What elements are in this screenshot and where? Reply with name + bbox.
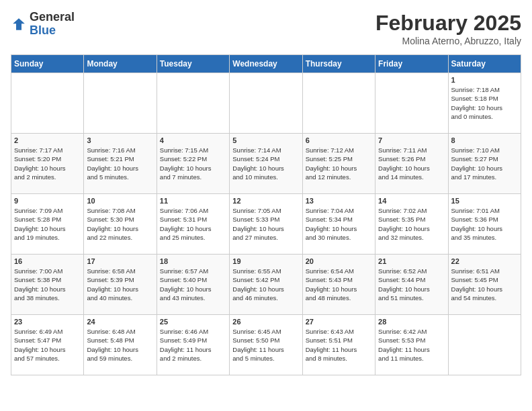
day-cell: 4Sunrise: 7:15 AM Sunset: 5:22 PM Daylig… bbox=[157, 134, 229, 194]
week-row-2: 9Sunrise: 7:09 AM Sunset: 5:28 PM Daylig… bbox=[11, 194, 521, 255]
day-cell: 13Sunrise: 7:04 AM Sunset: 5:34 PM Dayli… bbox=[302, 194, 375, 255]
day-cell: 23Sunrise: 6:49 AM Sunset: 5:47 PM Dayli… bbox=[11, 315, 84, 375]
day-cell: 26Sunrise: 6:45 AM Sunset: 5:50 PM Dayli… bbox=[230, 315, 302, 375]
day-number: 20 bbox=[306, 257, 372, 265]
day-number: 12 bbox=[232, 197, 299, 205]
day-cell bbox=[157, 73, 229, 134]
svg-marker-0 bbox=[13, 18, 25, 30]
calendar-subtitle: Molina Aterno, Abruzzo, Italy bbox=[375, 36, 521, 46]
day-number: 3 bbox=[87, 136, 153, 144]
day-number: 16 bbox=[14, 257, 81, 265]
day-info: Sunrise: 6:48 AM Sunset: 5:48 PM Dayligh… bbox=[87, 327, 153, 363]
calendar-body: 1Sunrise: 7:18 AM Sunset: 5:18 PM Daylig… bbox=[11, 73, 521, 375]
day-cell bbox=[302, 73, 375, 134]
day-cell: 1Sunrise: 7:18 AM Sunset: 5:18 PM Daylig… bbox=[448, 73, 521, 134]
header-cell-tuesday: Tuesday bbox=[157, 55, 229, 73]
day-cell bbox=[230, 73, 302, 134]
day-number: 2 bbox=[14, 136, 81, 144]
header-cell-monday: Monday bbox=[84, 55, 157, 73]
day-info: Sunrise: 6:54 AM Sunset: 5:43 PM Dayligh… bbox=[306, 267, 372, 302]
day-info: Sunrise: 6:43 AM Sunset: 5:51 PM Dayligh… bbox=[306, 327, 372, 363]
day-info: Sunrise: 7:16 AM Sunset: 5:21 PM Dayligh… bbox=[87, 146, 153, 181]
day-number: 25 bbox=[160, 318, 226, 326]
day-cell: 12Sunrise: 7:05 AM Sunset: 5:33 PM Dayli… bbox=[230, 194, 302, 255]
day-cell: 24Sunrise: 6:48 AM Sunset: 5:48 PM Dayli… bbox=[84, 315, 157, 375]
logo-icon bbox=[11, 16, 27, 32]
day-cell: 3Sunrise: 7:16 AM Sunset: 5:21 PM Daylig… bbox=[84, 134, 157, 194]
calendar-title: February 2025 bbox=[375, 11, 521, 36]
day-info: Sunrise: 7:01 AM Sunset: 5:36 PM Dayligh… bbox=[451, 206, 518, 242]
day-cell: 8Sunrise: 7:10 AM Sunset: 5:27 PM Daylig… bbox=[448, 134, 521, 194]
day-info: Sunrise: 6:49 AM Sunset: 5:47 PM Dayligh… bbox=[14, 327, 81, 363]
day-cell: 2Sunrise: 7:17 AM Sunset: 5:20 PM Daylig… bbox=[11, 134, 84, 194]
day-cell bbox=[375, 73, 448, 134]
day-cell: 15Sunrise: 7:01 AM Sunset: 5:36 PM Dayli… bbox=[448, 194, 521, 255]
day-number: 9 bbox=[14, 197, 81, 205]
day-cell: 20Sunrise: 6:54 AM Sunset: 5:43 PM Dayli… bbox=[302, 255, 375, 315]
day-info: Sunrise: 7:08 AM Sunset: 5:30 PM Dayligh… bbox=[87, 206, 153, 242]
day-info: Sunrise: 6:46 AM Sunset: 5:49 PM Dayligh… bbox=[160, 327, 226, 363]
page-header: General Blue February 2025 Molina Aterno… bbox=[11, 11, 521, 46]
day-number: 8 bbox=[451, 136, 518, 144]
header-cell-sunday: Sunday bbox=[11, 55, 84, 73]
day-info: Sunrise: 6:51 AM Sunset: 5:45 PM Dayligh… bbox=[451, 267, 518, 302]
day-number: 7 bbox=[378, 136, 445, 144]
day-info: Sunrise: 7:10 AM Sunset: 5:27 PM Dayligh… bbox=[451, 146, 518, 181]
day-info: Sunrise: 7:05 AM Sunset: 5:33 PM Dayligh… bbox=[232, 206, 299, 242]
day-info: Sunrise: 6:45 AM Sunset: 5:50 PM Dayligh… bbox=[232, 327, 299, 363]
day-number: 1 bbox=[451, 76, 518, 84]
day-number: 18 bbox=[160, 257, 226, 265]
week-row-4: 23Sunrise: 6:49 AM Sunset: 5:47 PM Dayli… bbox=[11, 315, 521, 375]
day-cell: 17Sunrise: 6:58 AM Sunset: 5:39 PM Dayli… bbox=[84, 255, 157, 315]
day-number: 15 bbox=[451, 197, 518, 205]
day-cell: 22Sunrise: 6:51 AM Sunset: 5:45 PM Dayli… bbox=[448, 255, 521, 315]
day-cell: 5Sunrise: 7:14 AM Sunset: 5:24 PM Daylig… bbox=[230, 134, 302, 194]
day-info: Sunrise: 7:09 AM Sunset: 5:28 PM Dayligh… bbox=[14, 206, 81, 242]
day-cell: 7Sunrise: 7:11 AM Sunset: 5:26 PM Daylig… bbox=[375, 134, 448, 194]
day-info: Sunrise: 6:55 AM Sunset: 5:42 PM Dayligh… bbox=[232, 267, 299, 302]
week-row-0: 1Sunrise: 7:18 AM Sunset: 5:18 PM Daylig… bbox=[11, 73, 521, 134]
day-number: 14 bbox=[378, 197, 445, 205]
day-number: 28 bbox=[378, 318, 445, 326]
day-number: 22 bbox=[451, 257, 518, 265]
day-number: 10 bbox=[87, 197, 153, 205]
header-cell-friday: Friday bbox=[375, 55, 448, 73]
day-number: 19 bbox=[232, 257, 299, 265]
day-cell bbox=[84, 73, 157, 134]
day-info: Sunrise: 7:18 AM Sunset: 5:18 PM Dayligh… bbox=[451, 85, 518, 121]
title-block: February 2025 Molina Aterno, Abruzzo, It… bbox=[375, 11, 521, 46]
day-cell bbox=[11, 73, 84, 134]
day-info: Sunrise: 6:42 AM Sunset: 5:53 PM Dayligh… bbox=[378, 327, 445, 363]
header-cell-thursday: Thursday bbox=[302, 55, 375, 73]
day-cell: 10Sunrise: 7:08 AM Sunset: 5:30 PM Dayli… bbox=[84, 194, 157, 255]
day-info: Sunrise: 7:02 AM Sunset: 5:35 PM Dayligh… bbox=[378, 206, 445, 242]
day-info: Sunrise: 7:04 AM Sunset: 5:34 PM Dayligh… bbox=[306, 206, 372, 242]
day-number: 23 bbox=[14, 318, 81, 326]
day-number: 17 bbox=[87, 257, 153, 265]
day-number: 13 bbox=[306, 197, 372, 205]
day-cell: 18Sunrise: 6:57 AM Sunset: 5:40 PM Dayli… bbox=[157, 255, 229, 315]
day-info: Sunrise: 7:17 AM Sunset: 5:20 PM Dayligh… bbox=[14, 146, 81, 181]
day-cell: 9Sunrise: 7:09 AM Sunset: 5:28 PM Daylig… bbox=[11, 194, 84, 255]
day-info: Sunrise: 7:12 AM Sunset: 5:25 PM Dayligh… bbox=[306, 146, 372, 181]
day-number: 27 bbox=[306, 318, 372, 326]
header-cell-wednesday: Wednesday bbox=[230, 55, 302, 73]
day-number: 6 bbox=[306, 136, 372, 144]
calendar-header: SundayMondayTuesdayWednesdayThursdayFrid… bbox=[11, 55, 521, 73]
header-row: SundayMondayTuesdayWednesdayThursdayFrid… bbox=[11, 55, 521, 73]
day-info: Sunrise: 7:06 AM Sunset: 5:31 PM Dayligh… bbox=[160, 206, 226, 242]
day-info: Sunrise: 7:00 AM Sunset: 5:38 PM Dayligh… bbox=[14, 267, 81, 302]
day-number: 24 bbox=[87, 318, 153, 326]
day-info: Sunrise: 6:57 AM Sunset: 5:40 PM Dayligh… bbox=[160, 267, 226, 302]
day-cell: 27Sunrise: 6:43 AM Sunset: 5:51 PM Dayli… bbox=[302, 315, 375, 375]
day-info: Sunrise: 6:52 AM Sunset: 5:44 PM Dayligh… bbox=[378, 267, 445, 302]
day-cell: 25Sunrise: 6:46 AM Sunset: 5:49 PM Dayli… bbox=[157, 315, 229, 375]
calendar-table: SundayMondayTuesdayWednesdayThursdayFrid… bbox=[11, 54, 521, 375]
day-number: 11 bbox=[160, 197, 226, 205]
day-cell: 14Sunrise: 7:02 AM Sunset: 5:35 PM Dayli… bbox=[375, 194, 448, 255]
day-number: 5 bbox=[232, 136, 299, 144]
day-cell bbox=[448, 315, 521, 375]
logo: General Blue bbox=[11, 11, 75, 38]
header-cell-saturday: Saturday bbox=[448, 55, 521, 73]
day-cell: 11Sunrise: 7:06 AM Sunset: 5:31 PM Dayli… bbox=[157, 194, 229, 255]
